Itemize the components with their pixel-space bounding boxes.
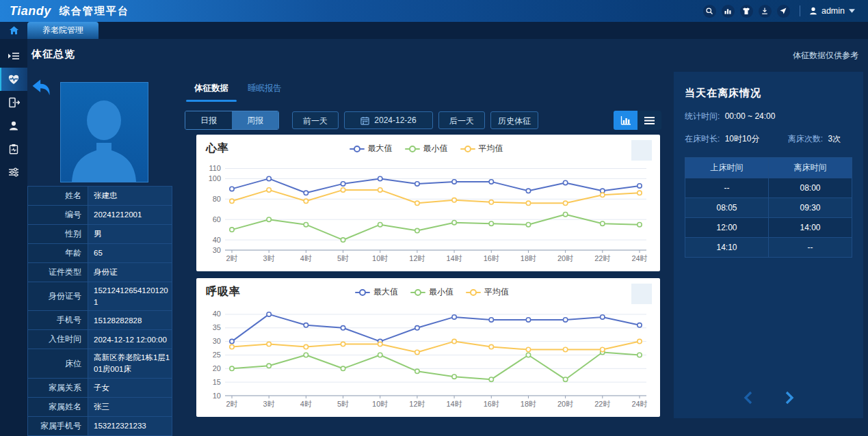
svg-text:80: 80 (213, 195, 221, 203)
profile-field-label: 编号 (28, 206, 88, 224)
next-page-button[interactable] (785, 391, 794, 407)
table-cell: -- (769, 238, 852, 257)
legend-label: 最大值 (368, 143, 393, 154)
svg-text:3时: 3时 (263, 400, 275, 408)
send-icon[interactable] (777, 5, 790, 18)
profile-field-value: 65 (88, 244, 172, 262)
svg-text:22时: 22时 (594, 254, 610, 262)
sidebar-item-vitals[interactable] (0, 68, 27, 91)
profile-field-label: 家属手机号 (28, 417, 88, 435)
legend-item[interactable]: 最大值 (355, 286, 398, 298)
list-view-button[interactable] (637, 111, 661, 130)
profile-field-value: 身份证 (88, 263, 172, 282)
profile-field-row: 家属手机号153212321233 (28, 417, 172, 436)
hamburger-icon (644, 116, 655, 125)
download-icon[interactable] (759, 5, 772, 18)
weekly-report-button[interactable]: 周报 (232, 111, 278, 129)
header-divider (800, 5, 800, 16)
table-cell: 14:00 (769, 218, 852, 237)
date-picker[interactable]: 2024-12-26 (344, 111, 433, 129)
bed-panel-title: 当天在离床情况 (685, 87, 852, 100)
svg-text:18时: 18时 (521, 400, 536, 408)
legend-marker-icon (355, 289, 370, 296)
heart-pulse-icon (8, 74, 20, 85)
chart-toolbox[interactable] (631, 140, 652, 161)
legend-item[interactable]: 最小值 (410, 286, 453, 298)
home-button[interactable] (0, 22, 27, 39)
sidebar-item-records[interactable] (0, 137, 27, 161)
disclaimer-note: 体征数据仅供参考 (793, 50, 858, 62)
app-logo: Tiandy (10, 4, 51, 18)
prev-page-button[interactable] (744, 391, 753, 407)
svg-text:18时: 18时 (521, 254, 536, 262)
profile-field-label: 性别 (28, 225, 88, 243)
user-menu[interactable]: admin (808, 6, 858, 16)
tab-sleep-report[interactable]: 睡眠报告 (238, 80, 291, 100)
svg-text:60: 60 (213, 215, 221, 223)
profile-field-row: 家属姓名张三 (28, 398, 172, 417)
svg-text:40: 40 (213, 310, 221, 318)
person-silhouette-icon (61, 83, 148, 182)
profile-field-label: 证件类型 (28, 263, 88, 282)
theme-icon[interactable] (740, 5, 753, 18)
daily-report-button[interactable]: 日报 (185, 111, 232, 129)
profile-field-label: 入住时间 (28, 330, 88, 349)
search-icon[interactable] (703, 5, 716, 18)
sidebar-item-menu[interactable] (0, 44, 27, 68)
date-value: 2024-12-26 (374, 115, 416, 125)
prev-day-button[interactable]: 前一天 (292, 111, 339, 129)
resident-info-table: 姓名张建忠编号20241212001性别男年龄65证件类型身份证身份证号1521… (27, 186, 172, 436)
legend-marker-icon (460, 146, 475, 152)
legend-label: 平均值 (484, 286, 509, 298)
view-mode-toggle (614, 111, 661, 130)
heart-rate-legend: 最大值最小值平均值 (202, 143, 650, 155)
sidebar-item-door[interactable] (0, 91, 27, 114)
chart-toolbox[interactable] (631, 284, 652, 304)
legend-item[interactable]: 平均值 (460, 143, 503, 154)
sidebar-item-person[interactable] (0, 114, 27, 137)
header-actions: admin (698, 5, 858, 18)
profile-field-row: 家属关系子女 (28, 379, 172, 398)
svg-text:16时: 16时 (484, 254, 499, 262)
svg-text:30: 30 (213, 246, 221, 254)
svg-text:4时: 4时 (300, 254, 312, 262)
legend-item[interactable]: 平均值 (466, 286, 509, 298)
stat-label: 统计时间: (685, 111, 720, 121)
history-vitals-button[interactable]: 历史体征 (490, 111, 538, 129)
person-icon (8, 120, 19, 131)
svg-text:2时: 2时 (226, 254, 237, 262)
legend-label: 最小值 (423, 143, 448, 154)
stats-icon[interactable] (722, 5, 735, 18)
svg-text:10: 10 (213, 392, 221, 400)
vitals-section: 体征数据 睡眠报告 日报 周报 前一天 2024-12-26 后一天 历史体征 (185, 80, 667, 435)
profile-field-row: 证件类型身份证 (28, 263, 172, 282)
heart-rate-card: 心率 最大值最小值平均值 304060801001102时3时4时5时10时12… (196, 135, 660, 271)
door-exit-icon (8, 97, 20, 108)
svg-text:22时: 22时 (594, 400, 610, 408)
svg-text:4时: 4时 (300, 400, 312, 408)
profile-field-row: 姓名张建忠 (28, 187, 172, 206)
svg-text:3时: 3时 (263, 254, 275, 262)
svg-text:14时: 14时 (446, 254, 462, 262)
profile-field-row: 床位高新区养老院1栋1层101房001床 (28, 349, 172, 378)
back-button[interactable] (30, 77, 52, 98)
legend-item[interactable]: 最大值 (350, 143, 393, 154)
table-cell: 08:00 (769, 178, 852, 197)
svg-text:100: 100 (209, 174, 221, 182)
next-day-button[interactable]: 后一天 (438, 111, 485, 129)
clipboard-medical-icon (8, 144, 19, 154)
app-title: 综合管理平台 (60, 5, 129, 18)
heart-rate-header: 心率 最大值最小值平均值 (196, 135, 660, 156)
tab-vital-data[interactable]: 体征数据 (185, 80, 238, 100)
table-cell: 上床时间 (685, 158, 769, 178)
profile-field-row: 入住时间2024-12-12 12:00:00 (28, 330, 172, 349)
tab-nursing-home[interactable]: 养老院管理 (27, 22, 98, 39)
profile-field-value: 2024-12-12 12:00:00 (88, 330, 172, 349)
profile-field-row: 年龄65 (28, 244, 172, 263)
chart-view-button[interactable] (614, 111, 637, 130)
svg-text:110: 110 (209, 164, 221, 172)
sidebar-item-settings[interactable] (0, 161, 27, 184)
table-row: 08:0509:30 (685, 198, 852, 218)
legend-item[interactable]: 最小值 (405, 143, 448, 154)
profile-field-value: 子女 (88, 379, 172, 397)
